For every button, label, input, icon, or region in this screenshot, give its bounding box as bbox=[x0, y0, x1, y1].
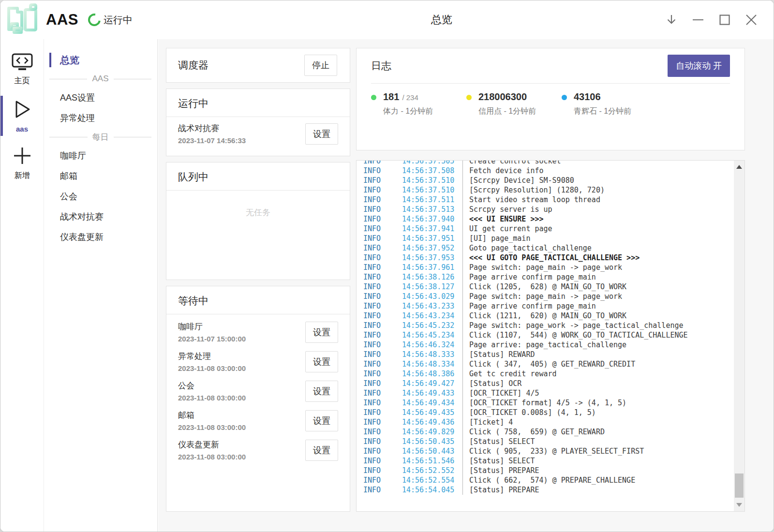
rail-item-label: 主页 bbox=[15, 76, 30, 86]
rail-item-label: 新增 bbox=[15, 171, 30, 181]
log-level: INFO bbox=[363, 224, 402, 234]
task-time: 2023-11-08 03:00:00 bbox=[178, 423, 246, 431]
scroll-down-icon[interactable] bbox=[736, 503, 742, 507]
log-message: [OCR_TICKET format] 4/5 -> (4, 1, 5) bbox=[462, 398, 626, 408]
log-level: INFO bbox=[363, 253, 402, 263]
log-line: INFO 14:56:43.234 Click (1211, 620) @ MA… bbox=[363, 311, 727, 321]
log-level: INFO bbox=[363, 330, 402, 340]
log-level: INFO bbox=[363, 456, 402, 466]
scheduler-stop-button[interactable]: 停止 bbox=[304, 55, 337, 76]
log-timestamp: 14:56:37.511 bbox=[402, 195, 462, 205]
log-message: [OCR_TICKET 0.008s] (4, 1, 5) bbox=[462, 408, 596, 417]
waiting-title: 等待中 bbox=[178, 295, 208, 306]
log-line: INFO 14:56:38.126 Page arrive confirm pa… bbox=[363, 272, 727, 282]
task-settings-button[interactable]: 设置 bbox=[305, 381, 338, 402]
log-message: Click ( 662, 574) @ PREPARE_CHALLENGE bbox=[462, 475, 635, 485]
log-timestamp: 14:56:52.552 bbox=[402, 466, 462, 475]
log-message: [OCR_TICKET] 4/5 bbox=[462, 388, 539, 398]
log-timestamp: 14:56:43.233 bbox=[402, 301, 462, 311]
log-message: [Ticket] 4 bbox=[462, 417, 513, 427]
log-timestamp: 14:56:54.045 bbox=[402, 485, 462, 495]
log-line: INFO 14:56:37.953 <<< UI GOTO PAGE_TACTI… bbox=[363, 253, 727, 263]
stat-value: 43106 bbox=[574, 91, 601, 102]
app-name: AAS bbox=[46, 11, 78, 29]
log-line: INFO 14:56:37.510 [Scrcpy Device] SM-S90… bbox=[363, 176, 727, 185]
task-time: 2023-11-08 03:00:00 bbox=[178, 453, 246, 461]
log-level: INFO bbox=[363, 485, 402, 495]
log-timestamp: 14:56:37.508 bbox=[402, 166, 462, 176]
page-title: 总览 bbox=[413, 13, 471, 27]
log-line: INFO 14:56:37.508 Fetch device info bbox=[363, 166, 727, 176]
log-timestamp: 14:56:49.433 bbox=[402, 388, 462, 398]
app-window: AAS 运行中 总览 bbox=[0, 0, 774, 532]
log-message: [Status] PREPARE bbox=[462, 466, 539, 475]
stat-dot-icon bbox=[466, 95, 472, 100]
side-nav-item[interactable]: 邮箱 bbox=[45, 166, 157, 186]
side-nav-item[interactable]: 战术对抗赛 bbox=[45, 207, 157, 227]
stat-dot-icon bbox=[562, 95, 567, 100]
log-level: INFO bbox=[363, 475, 402, 485]
scroll-up-icon[interactable] bbox=[736, 165, 742, 169]
running-settings-button[interactable]: 设置 bbox=[305, 123, 338, 145]
log-level: INFO bbox=[363, 417, 402, 427]
minimize-button[interactable] bbox=[690, 12, 706, 28]
log-line: INFO 14:56:52.552 [Status] PREPARE bbox=[363, 466, 727, 475]
log-level: INFO bbox=[363, 388, 402, 398]
log-scrollbar[interactable] bbox=[734, 161, 744, 511]
side-nav-item[interactable]: 咖啡厅 bbox=[45, 146, 157, 166]
rail-item-home[interactable]: 主页 bbox=[0, 49, 44, 90]
task-time: 2023-11-07 14:56:33 bbox=[178, 136, 246, 145]
task-settings-button[interactable]: 设置 bbox=[305, 351, 338, 372]
stat-label: 体力 - 1分钟前 bbox=[383, 106, 433, 117]
download-button[interactable] bbox=[664, 12, 679, 28]
side-nav-item[interactable]: 仪表盘更新 bbox=[45, 227, 157, 247]
running-spinner-icon bbox=[86, 11, 103, 29]
plus-icon bbox=[12, 146, 32, 168]
nav-section-divider: 每日 bbox=[45, 128, 157, 146]
log-timestamp: 14:56:45.232 bbox=[402, 321, 462, 330]
log-message: Fetch device info bbox=[462, 166, 544, 176]
rail-item-label: aas bbox=[16, 125, 28, 133]
maximize-button[interactable] bbox=[717, 12, 732, 28]
task-settings-button[interactable]: 设置 bbox=[305, 440, 338, 461]
task-name: 咖啡厅 bbox=[178, 321, 246, 332]
log-message: Start video stream loop thread bbox=[462, 195, 600, 205]
side-nav-item[interactable]: AAS设置 bbox=[45, 88, 157, 108]
active-marker bbox=[49, 53, 51, 67]
log-timestamp: 14:56:46.324 bbox=[402, 340, 462, 350]
log-level: INFO bbox=[363, 185, 402, 195]
log-message: [Status] SELECT bbox=[462, 456, 535, 466]
log-message: UI get current page bbox=[462, 224, 552, 234]
nav-section-divider: AAS bbox=[45, 70, 157, 88]
scrollbar-thumb[interactable] bbox=[735, 473, 744, 498]
log-level: INFO bbox=[363, 234, 402, 243]
log-level: INFO bbox=[363, 369, 402, 379]
close-button[interactable] bbox=[744, 12, 759, 28]
autoscroll-toggle-button[interactable]: 自动滚动 开 bbox=[668, 55, 730, 77]
log-timestamp: 14:56:48.334 bbox=[402, 359, 462, 369]
log-level: INFO bbox=[363, 214, 402, 224]
window-controls bbox=[664, 0, 759, 39]
rail-item-aas[interactable]: aas bbox=[0, 95, 44, 137]
log-level: INFO bbox=[363, 166, 402, 176]
log-line: INFO 14:56:48.334 Click ( 347, 405) @ GE… bbox=[363, 359, 727, 369]
task-settings-button[interactable]: 设置 bbox=[305, 410, 338, 431]
task-settings-button[interactable]: 设置 bbox=[305, 322, 338, 343]
waiting-task-row: 公会 2023-11-08 03:00:00 设置 bbox=[166, 376, 350, 406]
running-panel: 运行中 战术对抗赛 2023-11-07 14:56:33 设置 bbox=[166, 89, 350, 156]
log-line: INFO 14:56:49.434 [OCR_TICKET format] 4/… bbox=[363, 398, 727, 408]
side-nav-item[interactable]: 异常处理 bbox=[45, 108, 157, 128]
play-icon bbox=[12, 99, 33, 122]
log-message: <<< UI ENSURE >>> bbox=[462, 214, 544, 224]
log-message: [UI] page_main bbox=[462, 234, 530, 243]
side-nav-item[interactable]: 总览 bbox=[45, 50, 157, 70]
log-level: INFO bbox=[363, 176, 402, 185]
stat-item: 218006300 信用点 - 1分钟前 bbox=[466, 91, 562, 117]
log-line: INFO 14:56:43.029 Page switch: page_main… bbox=[363, 292, 727, 301]
log-timestamp: 14:56:49.427 bbox=[402, 379, 462, 388]
log-line: INFO 14:56:49.435 [OCR_TICKET 0.008s] (4… bbox=[363, 408, 727, 417]
rail-item-add[interactable]: 新增 bbox=[0, 142, 44, 185]
log-level: INFO bbox=[363, 272, 402, 282]
log-line: INFO 14:56:37.952 Goto page_tactical_cha… bbox=[363, 243, 727, 253]
side-nav-item[interactable]: 公会 bbox=[45, 186, 157, 207]
